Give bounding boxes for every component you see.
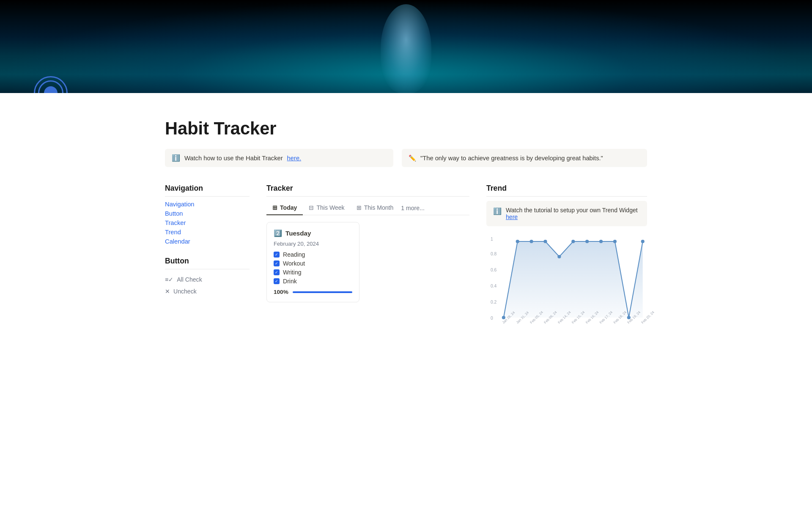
completion-pct: 100% bbox=[274, 289, 288, 295]
tab-month-label: This Month bbox=[364, 204, 394, 211]
habit-reading: Reading bbox=[274, 251, 352, 258]
habit-workout-label: Workout bbox=[283, 260, 305, 267]
info-link-left[interactable]: here. bbox=[287, 155, 302, 162]
tracker-card: 2️⃣ Tuesday February 20, 2024 Reading Wo… bbox=[266, 222, 359, 302]
nav-link-tracker[interactable]: Tracker bbox=[165, 219, 250, 226]
progress-bar-bg bbox=[293, 291, 352, 293]
info-box-left: ℹ️ Watch how to use the Habit Tracker he… bbox=[165, 149, 393, 167]
svg-text:0.2: 0.2 bbox=[491, 300, 497, 304]
tab-week-icon: ⊟ bbox=[309, 204, 314, 211]
tab-today-label: Today bbox=[280, 204, 297, 211]
uncheck-icon: ✕ bbox=[165, 288, 170, 295]
day-name: Tuesday bbox=[285, 230, 311, 237]
quote-icon: ✏️ bbox=[409, 154, 416, 162]
svg-point-11 bbox=[557, 255, 561, 258]
svg-text:1: 1 bbox=[491, 237, 493, 241]
quote-text: "The only way to achieve greatness is by… bbox=[420, 155, 603, 162]
tracker-card-header: 2️⃣ Tuesday bbox=[274, 229, 352, 237]
tab-today[interactable]: ⊞ Today bbox=[266, 201, 303, 215]
svg-text:0.6: 0.6 bbox=[491, 268, 497, 272]
svg-point-17 bbox=[641, 240, 645, 243]
habit-workout-check bbox=[274, 260, 280, 266]
page-title: Habit Tracker bbox=[165, 118, 647, 139]
tracker-section: Tracker ⊞ Today ⊟ This Week ⊞ This Month… bbox=[266, 184, 469, 323]
habit-writing-check bbox=[274, 269, 280, 275]
tab-month-icon: ⊞ bbox=[357, 204, 362, 211]
svg-text:0: 0 bbox=[491, 316, 493, 321]
all-check-button[interactable]: ≡✓ All Check bbox=[165, 274, 250, 285]
svg-point-14 bbox=[599, 240, 603, 243]
button-heading: Button bbox=[165, 257, 250, 269]
trend-section: Trend ℹ️ Watch the tutorial to setup you… bbox=[486, 184, 647, 323]
habit-workout: Workout bbox=[274, 260, 352, 267]
trend-heading: Trend bbox=[486, 184, 647, 197]
tab-week-label: This Week bbox=[316, 204, 344, 211]
tracker-heading: Tracker bbox=[266, 184, 469, 197]
habit-reading-check bbox=[274, 252, 280, 258]
habit-drink-check bbox=[274, 278, 280, 284]
day-emoji: 2️⃣ bbox=[274, 229, 282, 237]
trend-info-icon: ℹ️ bbox=[493, 207, 502, 215]
svg-point-10 bbox=[543, 240, 547, 243]
info-icon-left: ℹ️ bbox=[172, 154, 180, 162]
info-text-left: Watch how to use the Habit Tracker bbox=[184, 155, 283, 162]
habit-drink-label: Drink bbox=[283, 278, 297, 285]
completion-row: 100% bbox=[274, 289, 352, 295]
svg-point-15 bbox=[613, 240, 617, 243]
svg-text:Feb 20, 24: Feb 20, 24 bbox=[641, 310, 656, 325]
page-icon bbox=[34, 76, 68, 93]
nav-link-navigation[interactable]: Navigation bbox=[165, 201, 250, 208]
nav-section: Navigation Navigation Button Tracker Tre… bbox=[165, 184, 250, 245]
progress-bar-fill bbox=[293, 291, 352, 293]
nav-heading: Navigation bbox=[165, 184, 250, 197]
trend-info-link[interactable]: here bbox=[506, 214, 518, 220]
button-section: Button ≡✓ All Check ✕ Uncheck bbox=[165, 257, 250, 297]
nav-links: Navigation Button Tracker Trend Calendar bbox=[165, 201, 250, 245]
tracker-tabs: ⊞ Today ⊟ This Week ⊞ This Month 1 more.… bbox=[266, 201, 469, 215]
svg-text:0.4: 0.4 bbox=[491, 284, 497, 288]
chart-container: 0 0.2 0.4 0.6 0.8 1 bbox=[486, 233, 647, 323]
svg-point-9 bbox=[530, 240, 533, 243]
habit-writing-label: Writing bbox=[283, 269, 302, 276]
main-grid: Navigation Navigation Button Tracker Tre… bbox=[165, 184, 647, 323]
habit-drink: Drink bbox=[274, 278, 352, 285]
info-row: ℹ️ Watch how to use the Habit Tracker he… bbox=[165, 149, 647, 167]
day-date: February 20, 2024 bbox=[274, 241, 352, 247]
svg-point-12 bbox=[571, 240, 575, 243]
trend-info-text: Watch the tutorial to setup your own Tre… bbox=[506, 207, 640, 220]
trend-info-box: ℹ️ Watch the tutorial to setup your own … bbox=[486, 201, 647, 226]
habit-reading-label: Reading bbox=[283, 251, 305, 258]
uncheck-button[interactable]: ✕ Uncheck bbox=[165, 285, 250, 297]
info-box-right: ✏️ "The only way to achieve greatness is… bbox=[402, 149, 647, 167]
all-check-label: All Check bbox=[177, 276, 202, 283]
more-tabs-link[interactable]: 1 more... bbox=[399, 201, 426, 215]
nav-link-calendar[interactable]: Calendar bbox=[165, 238, 250, 245]
habit-writing: Writing bbox=[274, 269, 352, 276]
tab-today-icon: ⊞ bbox=[272, 204, 277, 211]
uncheck-label: Uncheck bbox=[173, 288, 197, 295]
tab-this-week[interactable]: ⊟ This Week bbox=[303, 201, 350, 215]
hero-banner bbox=[0, 0, 812, 93]
trend-chart: 0 0.2 0.4 0.6 0.8 1 bbox=[491, 237, 647, 322]
svg-point-8 bbox=[516, 240, 519, 243]
tab-this-month[interactable]: ⊞ This Month bbox=[351, 201, 400, 215]
nav-link-button[interactable]: Button bbox=[165, 210, 250, 217]
svg-point-13 bbox=[585, 240, 589, 243]
nav-link-trend[interactable]: Trend bbox=[165, 229, 250, 236]
svg-text:0.8: 0.8 bbox=[491, 252, 497, 256]
sidebar: Navigation Navigation Button Tracker Tre… bbox=[165, 184, 250, 323]
all-check-icon: ≡✓ bbox=[165, 276, 173, 283]
